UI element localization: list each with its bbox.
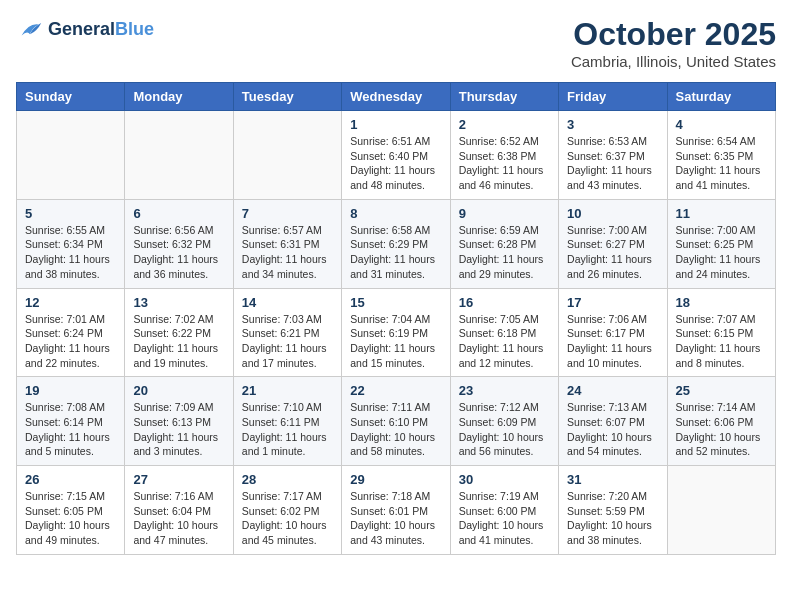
calendar-cell: 9Sunrise: 6:59 AM Sunset: 6:28 PM Daylig… (450, 199, 558, 288)
day-number: 4 (676, 117, 767, 132)
page-header: GeneralBlue October 2025 Cambria, Illino… (16, 16, 776, 70)
day-info: Sunrise: 7:08 AM Sunset: 6:14 PM Dayligh… (25, 400, 116, 459)
day-number: 24 (567, 383, 658, 398)
day-info: Sunrise: 6:59 AM Sunset: 6:28 PM Dayligh… (459, 223, 550, 282)
calendar-cell (667, 466, 775, 555)
day-info: Sunrise: 7:13 AM Sunset: 6:07 PM Dayligh… (567, 400, 658, 459)
day-number: 30 (459, 472, 550, 487)
day-info: Sunrise: 7:15 AM Sunset: 6:05 PM Dayligh… (25, 489, 116, 548)
day-info: Sunrise: 7:07 AM Sunset: 6:15 PM Dayligh… (676, 312, 767, 371)
calendar-cell (233, 111, 341, 200)
day-number: 27 (133, 472, 224, 487)
logo-text: GeneralBlue (48, 20, 154, 40)
day-info: Sunrise: 7:16 AM Sunset: 6:04 PM Dayligh… (133, 489, 224, 548)
day-number: 29 (350, 472, 441, 487)
day-number: 7 (242, 206, 333, 221)
day-number: 3 (567, 117, 658, 132)
day-info: Sunrise: 7:00 AM Sunset: 6:25 PM Dayligh… (676, 223, 767, 282)
calendar-cell: 3Sunrise: 6:53 AM Sunset: 6:37 PM Daylig… (559, 111, 667, 200)
calendar-cell: 13Sunrise: 7:02 AM Sunset: 6:22 PM Dayli… (125, 288, 233, 377)
day-info: Sunrise: 6:55 AM Sunset: 6:34 PM Dayligh… (25, 223, 116, 282)
weekday-header-row: SundayMondayTuesdayWednesdayThursdayFrid… (17, 83, 776, 111)
day-info: Sunrise: 7:05 AM Sunset: 6:18 PM Dayligh… (459, 312, 550, 371)
calendar-cell: 27Sunrise: 7:16 AM Sunset: 6:04 PM Dayli… (125, 466, 233, 555)
day-number: 20 (133, 383, 224, 398)
day-info: Sunrise: 7:17 AM Sunset: 6:02 PM Dayligh… (242, 489, 333, 548)
calendar-cell: 18Sunrise: 7:07 AM Sunset: 6:15 PM Dayli… (667, 288, 775, 377)
day-number: 9 (459, 206, 550, 221)
day-number: 18 (676, 295, 767, 310)
weekday-header-sunday: Sunday (17, 83, 125, 111)
calendar-cell (125, 111, 233, 200)
day-info: Sunrise: 7:11 AM Sunset: 6:10 PM Dayligh… (350, 400, 441, 459)
calendar-cell: 10Sunrise: 7:00 AM Sunset: 6:27 PM Dayli… (559, 199, 667, 288)
calendar-week-row: 19Sunrise: 7:08 AM Sunset: 6:14 PM Dayli… (17, 377, 776, 466)
day-number: 11 (676, 206, 767, 221)
day-number: 16 (459, 295, 550, 310)
day-info: Sunrise: 6:56 AM Sunset: 6:32 PM Dayligh… (133, 223, 224, 282)
calendar-cell: 4Sunrise: 6:54 AM Sunset: 6:35 PM Daylig… (667, 111, 775, 200)
calendar-cell: 5Sunrise: 6:55 AM Sunset: 6:34 PM Daylig… (17, 199, 125, 288)
day-number: 15 (350, 295, 441, 310)
day-number: 12 (25, 295, 116, 310)
logo-bird-icon (16, 16, 44, 44)
calendar-cell: 16Sunrise: 7:05 AM Sunset: 6:18 PM Dayli… (450, 288, 558, 377)
day-info: Sunrise: 7:01 AM Sunset: 6:24 PM Dayligh… (25, 312, 116, 371)
calendar-cell: 25Sunrise: 7:14 AM Sunset: 6:06 PM Dayli… (667, 377, 775, 466)
day-number: 25 (676, 383, 767, 398)
day-number: 13 (133, 295, 224, 310)
calendar-cell: 28Sunrise: 7:17 AM Sunset: 6:02 PM Dayli… (233, 466, 341, 555)
calendar-table: SundayMondayTuesdayWednesdayThursdayFrid… (16, 82, 776, 555)
day-info: Sunrise: 7:02 AM Sunset: 6:22 PM Dayligh… (133, 312, 224, 371)
weekday-header-wednesday: Wednesday (342, 83, 450, 111)
day-info: Sunrise: 7:03 AM Sunset: 6:21 PM Dayligh… (242, 312, 333, 371)
logo: GeneralBlue (16, 16, 154, 44)
calendar-cell: 22Sunrise: 7:11 AM Sunset: 6:10 PM Dayli… (342, 377, 450, 466)
calendar-week-row: 12Sunrise: 7:01 AM Sunset: 6:24 PM Dayli… (17, 288, 776, 377)
calendar-cell: 23Sunrise: 7:12 AM Sunset: 6:09 PM Dayli… (450, 377, 558, 466)
calendar-cell: 15Sunrise: 7:04 AM Sunset: 6:19 PM Dayli… (342, 288, 450, 377)
day-info: Sunrise: 7:19 AM Sunset: 6:00 PM Dayligh… (459, 489, 550, 548)
day-number: 5 (25, 206, 116, 221)
calendar-cell: 1Sunrise: 6:51 AM Sunset: 6:40 PM Daylig… (342, 111, 450, 200)
calendar-cell: 24Sunrise: 7:13 AM Sunset: 6:07 PM Dayli… (559, 377, 667, 466)
weekday-header-tuesday: Tuesday (233, 83, 341, 111)
calendar-cell: 12Sunrise: 7:01 AM Sunset: 6:24 PM Dayli… (17, 288, 125, 377)
weekday-header-thursday: Thursday (450, 83, 558, 111)
day-info: Sunrise: 7:14 AM Sunset: 6:06 PM Dayligh… (676, 400, 767, 459)
weekday-header-friday: Friday (559, 83, 667, 111)
calendar-week-row: 26Sunrise: 7:15 AM Sunset: 6:05 PM Dayli… (17, 466, 776, 555)
calendar-cell: 31Sunrise: 7:20 AM Sunset: 5:59 PM Dayli… (559, 466, 667, 555)
day-number: 31 (567, 472, 658, 487)
day-number: 21 (242, 383, 333, 398)
calendar-week-row: 1Sunrise: 6:51 AM Sunset: 6:40 PM Daylig… (17, 111, 776, 200)
day-info: Sunrise: 6:57 AM Sunset: 6:31 PM Dayligh… (242, 223, 333, 282)
weekday-header-saturday: Saturday (667, 83, 775, 111)
calendar-cell: 2Sunrise: 6:52 AM Sunset: 6:38 PM Daylig… (450, 111, 558, 200)
calendar-cell: 29Sunrise: 7:18 AM Sunset: 6:01 PM Dayli… (342, 466, 450, 555)
day-number: 14 (242, 295, 333, 310)
calendar-cell (17, 111, 125, 200)
day-number: 1 (350, 117, 441, 132)
location-title: Cambria, Illinois, United States (571, 53, 776, 70)
day-number: 28 (242, 472, 333, 487)
day-info: Sunrise: 7:18 AM Sunset: 6:01 PM Dayligh… (350, 489, 441, 548)
day-number: 19 (25, 383, 116, 398)
day-number: 26 (25, 472, 116, 487)
day-number: 22 (350, 383, 441, 398)
day-number: 2 (459, 117, 550, 132)
day-info: Sunrise: 7:09 AM Sunset: 6:13 PM Dayligh… (133, 400, 224, 459)
weekday-header-monday: Monday (125, 83, 233, 111)
calendar-cell: 8Sunrise: 6:58 AM Sunset: 6:29 PM Daylig… (342, 199, 450, 288)
day-info: Sunrise: 7:04 AM Sunset: 6:19 PM Dayligh… (350, 312, 441, 371)
day-info: Sunrise: 6:52 AM Sunset: 6:38 PM Dayligh… (459, 134, 550, 193)
calendar-cell: 6Sunrise: 6:56 AM Sunset: 6:32 PM Daylig… (125, 199, 233, 288)
calendar-cell: 30Sunrise: 7:19 AM Sunset: 6:00 PM Dayli… (450, 466, 558, 555)
calendar-week-row: 5Sunrise: 6:55 AM Sunset: 6:34 PM Daylig… (17, 199, 776, 288)
day-info: Sunrise: 7:06 AM Sunset: 6:17 PM Dayligh… (567, 312, 658, 371)
day-info: Sunrise: 6:58 AM Sunset: 6:29 PM Dayligh… (350, 223, 441, 282)
calendar-cell: 7Sunrise: 6:57 AM Sunset: 6:31 PM Daylig… (233, 199, 341, 288)
day-number: 6 (133, 206, 224, 221)
day-info: Sunrise: 7:12 AM Sunset: 6:09 PM Dayligh… (459, 400, 550, 459)
calendar-cell: 26Sunrise: 7:15 AM Sunset: 6:05 PM Dayli… (17, 466, 125, 555)
